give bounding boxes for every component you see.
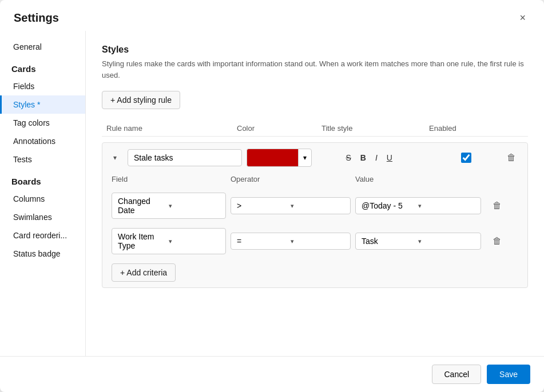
sidebar-item-general[interactable]: General xyxy=(0,38,85,56)
delete-criteria-2-button[interactable]: 🗑 xyxy=(486,234,509,249)
col-title-style: Title style xyxy=(321,124,424,133)
color-swatch[interactable] xyxy=(247,149,298,167)
field-select-2-value: Work Item Type xyxy=(118,232,169,250)
value-select-2-arrow: ▾ xyxy=(418,238,475,245)
dialog-title: Settings xyxy=(14,11,59,25)
title-style-controls: S B I U xyxy=(343,151,457,165)
table-header: Rule name Color Title style Enabled xyxy=(102,121,528,137)
field-select-2[interactable]: Work Item Type ▾ xyxy=(112,228,226,254)
enabled-checkbox[interactable] xyxy=(461,153,471,163)
sidebar-item-annotations[interactable]: Annotations xyxy=(0,132,85,150)
italic-button[interactable]: I xyxy=(372,151,381,165)
dialog-header: Settings × xyxy=(0,0,544,31)
criteria-col-value: Value xyxy=(355,175,481,183)
operator-select-2-value: = xyxy=(237,237,291,246)
sidebar-item-card-reorder[interactable]: Card reorderi... xyxy=(0,226,85,245)
criteria-row-1: Changed Date ▾ > ▾ @Today - 5 ▾ 🗑 xyxy=(107,190,523,221)
sidebar-item-swimlanes[interactable]: Swimlanes xyxy=(0,208,85,226)
sidebar-section-cards: Cards xyxy=(0,56,85,77)
criteria-row-2: Work Item Type ▾ = ▾ Task ▾ 🗑 xyxy=(107,226,523,257)
operator-select-1-arrow: ▾ xyxy=(291,202,344,210)
sidebar-item-tests[interactable]: Tests xyxy=(0,150,85,169)
operator-select-1[interactable]: > ▾ xyxy=(231,197,351,214)
operator-select-2[interactable]: = ▾ xyxy=(231,233,351,250)
color-dropdown-button[interactable]: ▾ xyxy=(298,149,312,167)
criteria-headers: Field Operator Value xyxy=(107,173,523,186)
sidebar-item-status-badge[interactable]: Status badge xyxy=(0,245,85,263)
operator-select-2-arrow: ▾ xyxy=(291,238,344,245)
add-styling-rule-button[interactable]: + Add styling rule xyxy=(102,91,180,109)
section-description: Styling rules make the cards with import… xyxy=(102,58,528,81)
section-title: Styles xyxy=(102,45,528,55)
sidebar: General Cards Fields Styles * Tag colors… xyxy=(0,31,86,356)
sidebar-item-columns[interactable]: Columns xyxy=(0,190,85,208)
col-rule-name: Rule name xyxy=(106,124,232,133)
delete-criteria-1-button[interactable]: 🗑 xyxy=(486,198,509,213)
value-select-1-value: @Today - 5 xyxy=(362,201,418,210)
dialog-footer: Cancel Save xyxy=(0,356,544,392)
save-button[interactable]: Save xyxy=(487,365,530,384)
settings-dialog: Settings × General Cards Fields Styles *… xyxy=(0,0,544,392)
chevron-collapse-button[interactable]: ▾ xyxy=(107,151,123,164)
col-actions xyxy=(479,124,502,133)
field-select-1-arrow: ▾ xyxy=(169,202,220,210)
value-select-2[interactable]: Task ▾ xyxy=(355,233,481,250)
strikethrough-button[interactable]: S xyxy=(343,151,355,165)
main-content: Styles Styling rules make the cards with… xyxy=(86,31,544,356)
dialog-body: General Cards Fields Styles * Tag colors… xyxy=(0,31,544,356)
rule-row: ▾ ▾ S B I U 🗑 xyxy=(102,142,528,288)
bold-button[interactable]: B xyxy=(357,151,370,165)
sidebar-item-tag-colors[interactable]: Tag colors xyxy=(0,114,85,132)
criteria-col-field: Field xyxy=(112,175,226,183)
operator-select-1-value: > xyxy=(237,201,291,210)
cancel-button[interactable]: Cancel xyxy=(432,365,481,384)
col-color: Color xyxy=(237,124,317,133)
color-picker: ▾ xyxy=(247,149,338,167)
criteria-col-del xyxy=(486,175,509,183)
sidebar-item-fields[interactable]: Fields xyxy=(0,77,85,95)
add-criteria-button[interactable]: + Add criteria xyxy=(112,263,176,282)
criteria-col-operator: Operator xyxy=(231,175,351,183)
close-button[interactable]: × xyxy=(515,10,530,25)
rule-row-top: ▾ ▾ S B I U 🗑 xyxy=(107,149,523,167)
underline-button[interactable]: U xyxy=(383,151,396,165)
value-select-1[interactable]: @Today - 5 ▾ xyxy=(355,197,481,214)
field-select-1-value: Changed Date xyxy=(118,197,169,215)
sidebar-item-styles[interactable]: Styles * xyxy=(0,95,85,114)
sidebar-section-boards: Boards xyxy=(0,169,85,190)
field-select-1[interactable]: Changed Date ▾ xyxy=(112,193,226,219)
delete-rule-button[interactable]: 🗑 xyxy=(500,150,523,165)
rule-name-input[interactable] xyxy=(128,149,242,166)
value-select-1-arrow: ▾ xyxy=(418,202,475,210)
col-enabled: Enabled xyxy=(429,124,475,133)
field-select-2-arrow: ▾ xyxy=(169,238,220,245)
value-select-2-value: Task xyxy=(362,237,418,246)
